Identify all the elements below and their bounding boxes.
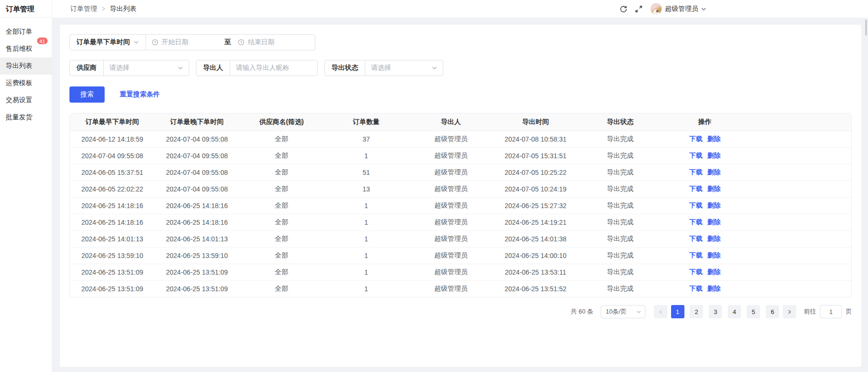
- page-size-select[interactable]: 10条/页: [601, 305, 645, 318]
- cell-exporter: 超级管理员: [409, 197, 493, 214]
- filler-cell: [747, 230, 851, 247]
- cell-export-time: 2024-07-05 10:24:19: [493, 181, 578, 197]
- cell-export-time: 2024-07-05 10:25:22: [493, 164, 578, 181]
- page-button-3[interactable]: 3: [709, 305, 722, 318]
- search-button[interactable]: 搜索: [69, 86, 105, 103]
- breadcrumb-item-orders[interactable]: 订单管理: [70, 5, 97, 13]
- goto-input[interactable]: [820, 305, 842, 318]
- cell-earliest-time: 2024-07-04 09:55:08: [70, 147, 155, 164]
- supplier-select[interactable]: 供应商 请选择: [69, 60, 189, 76]
- table-row: 2024-06-25 14:18:16 2024-06-25 14:18:16 …: [70, 197, 851, 214]
- user-menu[interactable]: 超级管理员: [650, 3, 706, 15]
- reset-search-link[interactable]: 重置搜索条件: [120, 90, 160, 99]
- download-link[interactable]: 下载: [689, 251, 702, 259]
- download-link[interactable]: 下载: [689, 152, 702, 159]
- sidebar-item-3[interactable]: 导出列表: [0, 57, 52, 75]
- table-row: 2024-06-25 14:01:13 2024-06-25 14:01:13 …: [70, 230, 851, 247]
- download-link[interactable]: 下载: [689, 185, 702, 192]
- sidebar-item-label: 交易设置: [6, 96, 32, 105]
- download-link[interactable]: 下载: [689, 168, 702, 176]
- cell-order-count: 51: [324, 164, 409, 181]
- cell-actions: 下载删除: [663, 247, 747, 264]
- cell-latest-time: 2024-06-25 13:59:10: [155, 247, 239, 264]
- cell-latest-time: 2024-06-25 14:18:16: [155, 197, 239, 214]
- time-type-label: 订单最早下单时间: [77, 38, 130, 47]
- export-status-placeholder: 请选择: [371, 64, 428, 72]
- username[interactable]: 超级管理员: [665, 5, 698, 13]
- delete-link[interactable]: 删除: [707, 185, 721, 192]
- cell-supplier: 全部: [239, 131, 324, 147]
- delete-link[interactable]: 删除: [707, 168, 721, 176]
- delete-link[interactable]: 删除: [707, 218, 721, 226]
- chevron-down-icon: [636, 310, 641, 314]
- page-button-5[interactable]: 5: [747, 305, 760, 318]
- cell-supplier: 全部: [239, 181, 324, 197]
- sidebar-item-6[interactable]: 批量发货: [0, 109, 52, 126]
- filter-row-date: 订单最早下单时间 开始日期 至: [69, 34, 852, 50]
- cell-latest-time: 2024-07-04 09:55:08: [155, 131, 239, 147]
- cell-export-time: 2024-07-05 15:31:51: [493, 147, 578, 164]
- next-page-button[interactable]: [783, 305, 796, 318]
- sidebar-item-5[interactable]: 交易设置: [0, 92, 52, 109]
- cell-earliest-time: 2024-06-25 13:51:09: [70, 280, 155, 297]
- filler-cell: [747, 181, 851, 197]
- start-date-input[interactable]: 开始日期: [146, 38, 224, 47]
- cell-earliest-time: 2024-06-25 13:51:09: [70, 264, 155, 280]
- cell-exporter: 超级管理员: [409, 181, 493, 197]
- column-header: 订单数量: [324, 114, 409, 131]
- sidebar-item-label: 导出列表: [6, 62, 32, 70]
- cell-exporter: 超级管理员: [409, 147, 493, 164]
- table-body: 2024-06-12 14:18:59 2024-07-04 09:55:08 …: [70, 131, 851, 297]
- cell-export-status: 导出完成: [578, 197, 663, 214]
- page-button-2[interactable]: 2: [690, 305, 703, 318]
- topbar: 订单管理 导出列表 超级管理员: [52, 0, 868, 18]
- exporter-input[interactable]: 导出人 请输入导出人昵称: [196, 60, 318, 76]
- cell-supplier: 全部: [239, 147, 324, 164]
- cell-supplier: 全部: [239, 164, 324, 181]
- delete-link[interactable]: 删除: [707, 201, 721, 209]
- supplier-placeholder: 请选择: [109, 64, 174, 72]
- delete-link[interactable]: 删除: [707, 268, 721, 276]
- prev-page-button[interactable]: [654, 305, 667, 318]
- table-row: 2024-06-05 15:37:51 2024-07-04 09:55:08 …: [70, 164, 851, 181]
- cell-order-count: 37: [324, 131, 409, 147]
- goto-suffix: 页: [846, 307, 852, 316]
- sidebar-item-2[interactable]: 41 售后维权: [0, 40, 52, 57]
- download-link[interactable]: 下载: [689, 268, 702, 276]
- filler-cell: [747, 164, 851, 181]
- cell-actions: 下载删除: [663, 214, 747, 230]
- download-link[interactable]: 下载: [689, 285, 702, 292]
- scrollbar-thumb[interactable]: [865, 19, 867, 36]
- cell-latest-time: 2024-06-25 13:51:09: [155, 280, 239, 297]
- download-link[interactable]: 下载: [689, 218, 702, 226]
- exporter-placeholder: 请输入导出人昵称: [236, 64, 312, 72]
- page-button-4[interactable]: 4: [728, 305, 741, 318]
- user-avatar[interactable]: [650, 3, 662, 15]
- page-button-1[interactable]: 1: [671, 305, 684, 318]
- delete-link[interactable]: 删除: [707, 285, 721, 292]
- delete-link[interactable]: 删除: [707, 235, 721, 242]
- chevron-down-icon: [432, 66, 437, 70]
- time-type-select[interactable]: 订单最早下单时间: [70, 35, 146, 50]
- delete-link[interactable]: 删除: [707, 152, 721, 159]
- filler-cell: [747, 197, 851, 214]
- filler-header: [747, 114, 851, 131]
- sidebar-item-label: 运费模板: [6, 79, 32, 87]
- export-status-select[interactable]: 导出状态 请选择: [324, 60, 443, 76]
- end-date-placeholder: 结束日期: [248, 38, 274, 47]
- chevron-down-icon: [701, 7, 706, 11]
- cell-exporter: 超级管理员: [409, 131, 493, 147]
- filler-cell: [747, 131, 851, 147]
- sidebar-item-4[interactable]: 运费模板: [0, 75, 52, 92]
- fullscreen-icon[interactable]: [635, 5, 643, 13]
- delete-link[interactable]: 删除: [707, 251, 721, 259]
- download-link[interactable]: 下载: [689, 235, 702, 242]
- delete-link[interactable]: 删除: [707, 135, 721, 143]
- sidebar: 订单管理 全部订单 41 售后维权 导出列表 运费模板 交易设置 批量发货: [0, 0, 52, 372]
- cell-exporter: 超级管理员: [409, 230, 493, 247]
- download-link[interactable]: 下载: [689, 201, 702, 209]
- page-button-6[interactable]: 6: [766, 305, 779, 318]
- download-link[interactable]: 下载: [689, 135, 702, 143]
- end-date-input[interactable]: 结束日期: [232, 38, 280, 47]
- refresh-icon[interactable]: [620, 5, 627, 13]
